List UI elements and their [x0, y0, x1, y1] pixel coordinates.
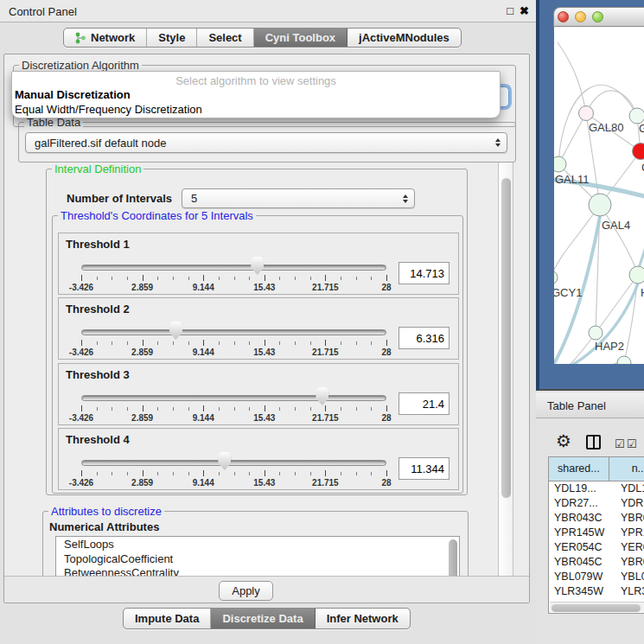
table-panel-header: Table Panel [536, 392, 644, 418]
table-row[interactable]: YLR345WYLR3 [549, 584, 644, 599]
threshold-1-value-field[interactable] [399, 262, 450, 284]
threshold-1-tick-labels: -3.426 2.859 9.144 15.43 21.715 28 [81, 283, 386, 293]
attributes-list-scrollbar[interactable] [449, 539, 457, 576]
node-h [629, 266, 644, 284]
threshold-1-panel: Threshold 1 -3.426 2.859 9.144 15.43 21.… [58, 233, 459, 295]
table-header-row: shared... n... [549, 457, 644, 481]
table-row[interactable]: YDL19...YDL1 [549, 481, 644, 496]
zoom-light[interactable] [592, 11, 603, 22]
node-table: shared... n... YDL19...YDL1 YDR27...YDR2… [548, 456, 644, 614]
node-label: GCY1 [554, 286, 582, 299]
float-window-icon[interactable]: □ [507, 4, 513, 17]
node-hap2 [589, 326, 603, 340]
tab-infer-network[interactable]: Infer Network [316, 609, 410, 628]
table-horizontal-scrollbar[interactable] [550, 602, 644, 612]
tab-cyni-toolbox[interactable]: Cyni Toolbox [254, 29, 348, 47]
threshold-4-label: Threshold 4 [66, 433, 130, 446]
tab-discretize-data[interactable]: Discretize Data [211, 609, 315, 628]
table-row[interactable]: YER054CYER0 [549, 540, 644, 555]
right-side: GAL80 GA C GAL11 GAL4 GCY1 H HAP2 Table … [536, 0, 644, 644]
threshold-2-tick-labels: -3.426 2.859 9.144 15.43 21.715 28 [81, 348, 386, 358]
list-item[interactable]: BetweennessCentrality [64, 566, 459, 576]
threshold-4-slider-track[interactable] [81, 460, 386, 466]
network-icon [75, 32, 86, 44]
panel-title: Control Panel [9, 5, 77, 18]
table-data-combo[interactable]: galFiltered.sif default node [25, 132, 507, 153]
tab-network[interactable]: Network [64, 29, 147, 47]
table-data-combo-value: galFiltered.sif default node [35, 137, 166, 150]
number-of-intervals-label: Number of Intervals [67, 192, 172, 205]
threshold-4-panel: Threshold 4 -3.426 2.859 9.144 15.43 21.… [58, 428, 459, 490]
threshold-2-slider-ticks [81, 340, 386, 347]
table-row[interactable]: YBR045CYBR0 [549, 555, 644, 570]
tab-select[interactable]: Select [197, 29, 253, 47]
node-label: H [641, 286, 644, 299]
threshold-3-label: Threshold 3 [66, 368, 130, 381]
split-columns-icon[interactable] [586, 435, 601, 450]
gear-icon[interactable]: ⚙ [556, 432, 571, 450]
number-of-intervals-spinner[interactable]: 5 [182, 188, 415, 208]
attributes-group: Attributes to discretize Numerical Attri… [42, 511, 469, 576]
table-row[interactable]: YPR145WYPR1 [549, 526, 644, 540]
close-light[interactable] [558, 11, 569, 22]
combo-arrows-icon [495, 138, 501, 147]
table-row[interactable]: YDR27...YDR2 [549, 496, 644, 511]
settings-scroll-area: Interval Definition Number of Intervals … [4, 165, 498, 576]
network-graph: GAL80 GA C GAL11 GAL4 GCY1 H HAP2 [554, 27, 644, 364]
table-row[interactable]: YBR043CYBR0 [549, 511, 644, 526]
apply-button[interactable]: Apply [219, 581, 273, 601]
network-canvas[interactable]: GAL80 GA C GAL11 GAL4 GCY1 H HAP2 [554, 27, 644, 364]
node-label: HAP2 [595, 340, 624, 353]
spinner-arrows-icon [403, 194, 408, 203]
node-gcy1 [554, 271, 558, 284]
threshold-3-value-field[interactable] [399, 392, 450, 415]
cyni-toolbox-panel: Discretization Algorithm Select algorith… [3, 54, 530, 603]
tab-jactivemnodules[interactable]: jActiveMNodules [348, 29, 461, 47]
threshold-4-value-field[interactable] [399, 457, 450, 480]
table-horizontal-scrollbar-thumb[interactable] [552, 604, 641, 612]
threshold-3-slider-handle[interactable] [316, 387, 328, 405]
node-label: GAL80 [589, 121, 623, 134]
application-window: Control Panel □ ✖ Network Style Select C… [0, 0, 644, 644]
checkbox-checked-icon[interactable]: ☑ [615, 437, 625, 450]
thresholds-group: Threshold's Coordinates for 5 Intervals … [52, 215, 463, 494]
threshold-1-label: Threshold 1 [66, 238, 130, 251]
threshold-2-slider-track[interactable] [81, 329, 386, 335]
list-item[interactable]: SelfLoops [64, 538, 459, 552]
discretization-algorithm-title: Discretization Algorithm [19, 59, 142, 72]
algorithm-option-equal-width[interactable]: Equal Width/Frequency Discretization [12, 102, 500, 117]
control-panel-titlebar: Control Panel □ ✖ [0, 0, 536, 22]
node-gal4 [589, 194, 611, 216]
node-label: GAL4 [602, 219, 630, 232]
threshold-2-slider-handle[interactable] [169, 322, 182, 340]
tab-impute-data[interactable]: Impute Data [124, 609, 211, 628]
settings-scrollbar-thumb[interactable] [501, 178, 511, 498]
minimize-light[interactable] [575, 11, 586, 22]
threshold-1-slider-handle[interactable] [251, 257, 264, 275]
tab-style[interactable]: Style [147, 29, 197, 47]
column-header-name[interactable]: n... [609, 457, 644, 481]
threshold-3-slider-track[interactable] [81, 395, 386, 401]
tab-network-label: Network [91, 29, 135, 47]
settings-scrollbar-track[interactable] [498, 163, 513, 576]
numerical-attributes-label: Numerical Attributes [49, 520, 159, 533]
threshold-4-slider-handle[interactable] [218, 452, 231, 470]
attributes-group-title: Attributes to discretize [48, 505, 164, 518]
column-header-shared[interactable]: shared... [549, 457, 609, 481]
checkbox-checked-icon[interactable]: ☑ [627, 437, 637, 450]
control-panel: Control Panel □ ✖ Network Style Select C… [0, 0, 536, 644]
list-item[interactable]: TopologicalCoefficient [64, 552, 459, 567]
close-window-icon[interactable]: ✖ [520, 4, 529, 17]
number-of-intervals-value: 5 [191, 192, 197, 205]
node-label: GAL11 [555, 173, 590, 186]
threshold-2-value-field[interactable] [399, 327, 450, 349]
threshold-4-slider-ticks [81, 470, 386, 477]
node-label: GA [639, 122, 644, 135]
threshold-1-slider-track[interactable] [81, 265, 386, 271]
cyni-bottom-tabs: Impute Data Discretize Data Infer Networ… [123, 608, 411, 629]
algorithm-option-manual[interactable]: Manual Discretization [12, 87, 500, 102]
network-window-titlebar[interactable] [553, 7, 644, 27]
table-row[interactable]: YBL079WYBL0 [549, 570, 644, 584]
numerical-attributes-list[interactable]: SelfLoops TopologicalCoefficient Between… [55, 536, 460, 576]
threshold-2-label: Threshold 2 [66, 303, 130, 316]
